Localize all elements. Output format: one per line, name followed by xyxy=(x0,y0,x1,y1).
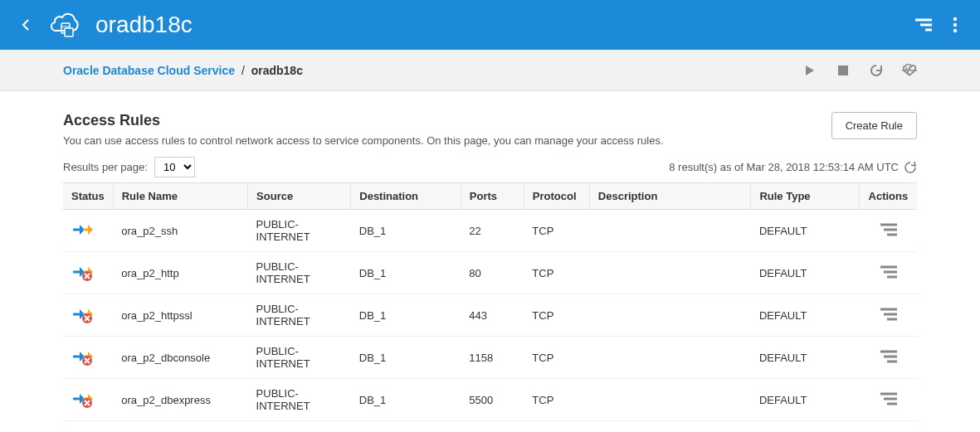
source-cell: PUBLIC-INTERNET xyxy=(248,252,351,294)
col-rule-name[interactable]: Rule Name xyxy=(113,183,247,210)
instance-actions xyxy=(802,63,917,78)
destination-cell: DB_1 xyxy=(351,210,461,252)
results-count: 8 result(s) as of Mar 28, 2018 12:53:14 … xyxy=(669,161,917,174)
col-status[interactable]: Status xyxy=(63,183,113,210)
col-destination[interactable]: Destination xyxy=(351,183,461,210)
kebab-menu-icon[interactable] xyxy=(947,17,963,33)
svg-point-7 xyxy=(953,23,957,27)
status-icon xyxy=(71,263,91,283)
results-per-page-select[interactable]: 10 xyxy=(154,157,195,177)
row-actions-menu-icon[interactable] xyxy=(880,350,895,365)
source-cell: PUBLIC-INTERNET xyxy=(248,379,351,421)
table-row: ora_p2_httpsslPUBLIC-INTERNETDB_1443TCPD… xyxy=(63,294,917,337)
col-protocol[interactable]: Protocol xyxy=(524,183,589,210)
restart-icon[interactable] xyxy=(869,63,884,78)
table-row: ora_p2_httpPUBLIC-INTERNETDB_180TCPDEFAU… xyxy=(63,252,917,294)
breadcrumb: Oracle Database Cloud Service / oradb18c xyxy=(63,64,303,77)
back-chevron-icon[interactable] xyxy=(17,15,37,35)
create-rule-button[interactable]: Create Rule xyxy=(831,112,917,139)
col-actions[interactable]: Actions xyxy=(859,183,917,210)
source-cell: PUBLIC-INTERNET xyxy=(248,294,351,337)
banner-actions xyxy=(915,17,963,33)
col-description[interactable]: Description xyxy=(589,183,751,210)
health-icon[interactable] xyxy=(902,63,917,78)
row-actions-menu-icon[interactable] xyxy=(880,223,895,238)
breadcrumb-separator: / xyxy=(241,64,245,77)
protocol-cell: TCP xyxy=(524,379,589,421)
stop-icon[interactable] xyxy=(836,63,851,78)
results-count-text: 8 result(s) as of Mar 28, 2018 12:53:14 … xyxy=(669,161,899,173)
table-header-row: Status Rule Name Source Destination Port… xyxy=(63,183,917,210)
status-icon xyxy=(71,347,91,367)
destination-cell: DB_1 xyxy=(351,421,461,433)
top-banner: oradb18c xyxy=(0,0,980,50)
rule-type-cell: DEFAULT xyxy=(751,379,859,421)
status-icon xyxy=(71,305,91,325)
rule-type-cell: DEFAULT xyxy=(751,294,859,337)
svg-point-8 xyxy=(953,29,957,32)
ports-cell: 5500 xyxy=(461,379,524,421)
row-actions-menu-icon[interactable] xyxy=(880,308,895,323)
access-rules-table: Status Rule Name Source Destination Port… xyxy=(63,182,917,432)
rule-name-cell: ora_p2_dbexpress xyxy=(121,394,211,406)
destination-cell: DB_1 xyxy=(351,294,461,337)
breadcrumb-parent-link[interactable]: Oracle Database Cloud Service xyxy=(63,64,235,77)
source-cell: PUBLIC-INTERNET xyxy=(248,210,351,252)
col-rule-type[interactable]: Rule Type xyxy=(751,183,859,210)
page-title: oradb18c xyxy=(95,12,193,38)
row-actions-menu-icon[interactable] xyxy=(880,265,895,280)
table-row: ora_p2_dblistenerPUBLIC-INTERNETDB_11521… xyxy=(63,421,917,433)
protocol-cell: TCP xyxy=(524,337,589,379)
table-row: ora_p2_dbconsolePUBLIC-INTERNETDB_11158T… xyxy=(63,337,917,379)
meta-row: Results per page: 10 8 result(s) as of M… xyxy=(63,157,917,177)
section-header: Access Rules You can use access rules to… xyxy=(63,112,917,147)
col-ports[interactable]: Ports xyxy=(461,183,524,210)
rule-type-cell: DEFAULT xyxy=(751,337,859,379)
rule-name-cell: ora_p2_ssh xyxy=(121,225,178,237)
row-actions-menu-icon[interactable] xyxy=(880,392,895,407)
rule-type-cell: DEFAULT xyxy=(751,252,859,294)
cloud-service-icon xyxy=(50,8,83,41)
refresh-icon[interactable] xyxy=(904,161,917,174)
list-lines-icon[interactable] xyxy=(915,17,932,33)
source-cell: PUBLIC-INTERNET xyxy=(248,421,351,433)
ports-cell: 80 xyxy=(461,252,524,294)
destination-cell: DB_1 xyxy=(351,252,461,294)
protocol-cell: TCP xyxy=(524,294,589,337)
source-cell: PUBLIC-INTERNET xyxy=(248,337,351,379)
protocol-cell: TCP xyxy=(524,421,589,433)
status-icon xyxy=(71,390,91,410)
svg-rect-2 xyxy=(65,28,73,36)
start-icon[interactable] xyxy=(802,63,817,78)
ports-cell: 1521 xyxy=(461,421,524,433)
protocol-cell: TCP xyxy=(524,252,589,294)
table-row: ora_p2_sshPUBLIC-INTERNETDB_122TCPDEFAUL… xyxy=(63,210,917,252)
svg-rect-9 xyxy=(838,66,848,75)
rule-type-cell: DEFAULT xyxy=(751,210,859,252)
col-source[interactable]: Source xyxy=(248,183,351,210)
rule-name-cell: ora_p2_httpssl xyxy=(121,309,192,322)
section-title: Access Rules xyxy=(63,112,664,129)
protocol-cell: TCP xyxy=(524,210,589,252)
results-per-page-label: Results per page: xyxy=(63,161,148,173)
rule-name-cell: ora_p2_dbconsole xyxy=(121,352,210,364)
breadcrumb-current: oradb18c xyxy=(251,64,303,77)
destination-cell: DB_1 xyxy=(351,379,461,421)
content-area: Access Rules You can use access rules to… xyxy=(0,91,980,432)
ports-cell: 443 xyxy=(461,294,524,337)
ports-cell: 1158 xyxy=(461,337,524,379)
table-row: ora_p2_dbexpressPUBLIC-INTERNETDB_15500T… xyxy=(63,379,917,421)
sub-header: Oracle Database Cloud Service / oradb18c xyxy=(0,50,980,91)
status-icon xyxy=(71,221,91,240)
ports-cell: 22 xyxy=(461,210,524,252)
rule-name-cell: ora_p2_http xyxy=(121,267,178,279)
destination-cell: DB_1 xyxy=(351,337,461,379)
section-description: You can use access rules to control netw… xyxy=(63,134,664,147)
rule-type-cell: DEFAULT xyxy=(751,421,859,433)
svg-point-6 xyxy=(953,17,957,21)
